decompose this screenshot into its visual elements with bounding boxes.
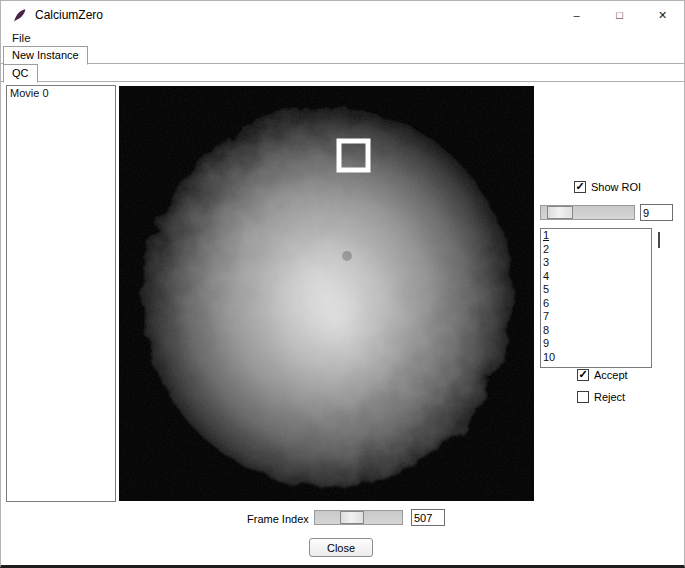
accept-label: Accept bbox=[594, 369, 628, 381]
minimize-button[interactable]: – bbox=[555, 1, 598, 29]
roi-slider-thumb[interactable] bbox=[547, 206, 573, 219]
tab-divider-qc bbox=[1, 81, 684, 82]
roi-list-item[interactable]: 8 bbox=[541, 324, 651, 338]
titlebar: CalciumZero – □ ✕ bbox=[1, 1, 684, 29]
roi-count-input[interactable] bbox=[640, 204, 673, 221]
movie-frame-image bbox=[119, 86, 534, 501]
maximize-button[interactable]: □ bbox=[598, 1, 641, 29]
roi-list-item[interactable]: 1 bbox=[541, 229, 651, 243]
accept-row: ✓ Accept bbox=[577, 369, 628, 381]
roi-list-item[interactable]: 2 bbox=[541, 243, 651, 257]
calcium-image bbox=[119, 86, 534, 501]
window-title: CalciumZero bbox=[35, 8, 103, 22]
tab-qc[interactable]: QC bbox=[3, 64, 38, 83]
show-roi-row: ✓ Show ROI bbox=[574, 181, 641, 193]
reject-checkbox[interactable] bbox=[577, 391, 589, 403]
show-roi-checkbox[interactable]: ✓ bbox=[574, 181, 586, 193]
roi-list-item[interactable]: 9 bbox=[541, 337, 651, 351]
reject-label: Reject bbox=[594, 391, 625, 403]
movie-listbox[interactable]: Movie 0 bbox=[6, 85, 116, 502]
frame-index-label: Frame Index bbox=[247, 513, 309, 525]
accept-checkbox[interactable]: ✓ bbox=[577, 369, 589, 381]
tab-divider-top bbox=[1, 63, 684, 64]
frame-slider[interactable] bbox=[314, 510, 403, 525]
reject-row: Reject bbox=[577, 391, 625, 403]
roi-list-scrollbar[interactable] bbox=[658, 232, 660, 248]
tab-new-instance[interactable]: New Instance bbox=[3, 46, 88, 65]
roi-list-item[interactable]: 4 bbox=[541, 270, 651, 284]
menu-item-file[interactable]: File bbox=[6, 32, 37, 44]
movie-list-item[interactable]: Movie 0 bbox=[7, 86, 115, 100]
window-controls: – □ ✕ bbox=[555, 1, 684, 29]
roi-list-item[interactable]: 10 bbox=[541, 351, 651, 365]
roi-list-item[interactable]: 7 bbox=[541, 310, 651, 324]
roi-slider[interactable] bbox=[540, 205, 635, 220]
roi-list-item[interactable]: 3 bbox=[541, 256, 651, 270]
titlebar-close-button[interactable]: ✕ bbox=[641, 1, 684, 29]
roi-list-item[interactable]: 6 bbox=[541, 297, 651, 311]
show-roi-checkmark: ✓ bbox=[575, 181, 584, 192]
accept-checkmark: ✓ bbox=[578, 369, 587, 380]
app-window: CalciumZero – □ ✕ File New Instance QC M… bbox=[0, 0, 685, 568]
close-button[interactable]: Close bbox=[309, 538, 373, 557]
menubar: File bbox=[1, 29, 684, 46]
show-roi-label: Show ROI bbox=[591, 181, 641, 193]
roi-list-item[interactable]: 5 bbox=[541, 283, 651, 297]
roi-listbox[interactable]: 1 2 3 4 5 6 7 8 9 10 bbox=[540, 228, 652, 368]
frame-slider-thumb[interactable] bbox=[340, 511, 364, 524]
app-icon bbox=[12, 8, 27, 23]
frame-index-input[interactable] bbox=[411, 509, 445, 526]
